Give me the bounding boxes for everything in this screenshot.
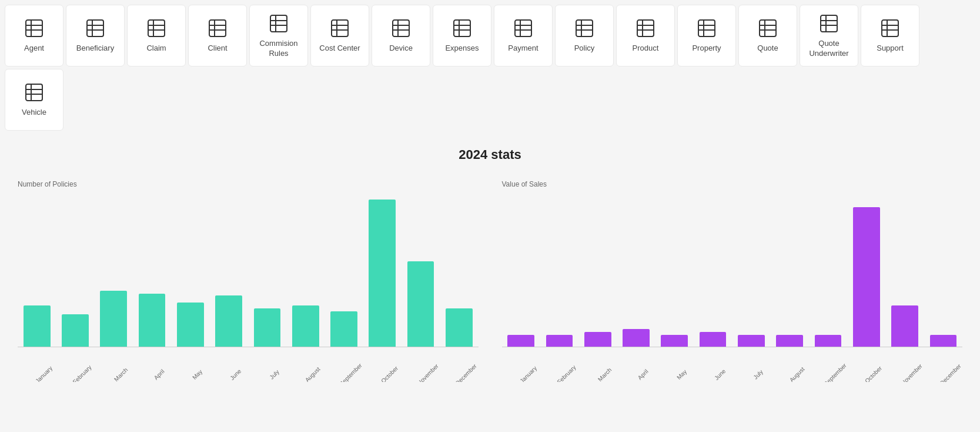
x-axis-label: May <box>180 358 214 382</box>
x-axis-label: September <box>335 358 368 382</box>
grid-item-expenses[interactable]: Expenses <box>433 5 491 67</box>
x-axis-label: March <box>588 358 621 382</box>
bar <box>100 291 127 347</box>
sales-chart-label: Value of Sales <box>502 180 963 188</box>
sales-bar-chart <box>502 194 963 347</box>
bar-column <box>95 291 133 347</box>
quote-underwriter-label: Quote Underwriter <box>800 39 858 59</box>
x-axis-label: July <box>742 358 775 382</box>
expenses-label: Expenses <box>445 44 479 54</box>
bar <box>776 335 803 347</box>
grid-item-commision-rules[interactable]: Commision Rules <box>249 5 308 67</box>
bar-column <box>209 295 247 347</box>
bar <box>62 314 89 347</box>
payment-label: Payment <box>508 44 538 54</box>
policies-chart-label: Number of Policies <box>18 180 479 188</box>
grid-item-quote[interactable]: Quote <box>738 5 797 67</box>
client-icon <box>207 18 228 39</box>
bar-column <box>540 335 578 347</box>
bar-column <box>578 332 617 347</box>
cost-center-label: Cost Center <box>319 44 360 54</box>
bar <box>661 335 688 347</box>
svg-rect-60 <box>26 84 42 101</box>
x-axis-label: August <box>296 358 329 382</box>
bar-column <box>402 261 440 347</box>
property-label: Property <box>692 44 721 54</box>
svg-rect-36 <box>576 20 593 36</box>
grid-item-property[interactable]: Property <box>677 5 736 67</box>
bar <box>292 305 319 347</box>
bar <box>891 305 918 347</box>
vehicle-label: Vehicle <box>22 108 46 118</box>
bar <box>815 335 842 347</box>
grid-item-claim[interactable]: Claim <box>127 5 186 67</box>
x-axis-label: October <box>857 358 890 382</box>
bar-column <box>694 332 732 347</box>
claim-label: Claim <box>146 44 166 54</box>
grid-item-cost-center[interactable]: Cost Center <box>310 5 369 67</box>
beneficiary-icon <box>85 18 106 39</box>
grid-item-device[interactable]: Device <box>372 5 430 67</box>
x-axis-label: December <box>450 358 483 382</box>
bar <box>215 295 242 347</box>
commision-rules-label: Commision Rules <box>250 39 307 59</box>
bar <box>738 335 765 347</box>
bar-column <box>847 207 885 347</box>
x-axis-label: June <box>703 358 737 382</box>
bar-column <box>502 335 540 347</box>
svg-rect-8 <box>148 20 165 36</box>
svg-rect-28 <box>454 20 470 36</box>
bar <box>254 308 281 347</box>
x-axis-label: August <box>780 358 814 382</box>
grid-item-client[interactable]: Client <box>188 5 247 67</box>
commision-rules-icon <box>268 13 289 34</box>
bar-column <box>171 303 209 347</box>
payment-icon <box>513 18 534 39</box>
expenses-icon <box>451 18 473 39</box>
grid-item-policy[interactable]: Policy <box>555 5 614 67</box>
vehicle-icon <box>24 82 45 103</box>
x-axis-label: June <box>219 358 253 382</box>
quote-underwriter-icon <box>818 13 839 34</box>
svg-rect-0 <box>26 20 42 36</box>
bar-column <box>771 335 809 347</box>
agent-label: Agent <box>24 44 44 54</box>
x-axis-label: January <box>27 358 61 382</box>
bar <box>177 303 204 347</box>
grid-item-product[interactable]: Product <box>616 5 675 67</box>
product-label: Product <box>633 44 659 54</box>
beneficiary-label: Beneficiary <box>76 44 114 54</box>
device-label: Device <box>389 44 413 54</box>
bar-column <box>325 311 363 347</box>
x-axis-label: October <box>373 358 406 382</box>
grid-item-quote-underwriter[interactable]: Quote Underwriter <box>800 5 858 67</box>
bar-column <box>440 308 478 347</box>
x-axis-label: April <box>627 358 660 382</box>
grid-item-support[interactable]: Support <box>861 5 919 67</box>
sales-x-labels: JanuaryFebruaryMarchAprilMayJuneJulyAugu… <box>502 350 963 364</box>
svg-rect-24 <box>393 20 409 36</box>
bar <box>139 294 166 347</box>
x-axis-label: December <box>934 358 967 382</box>
policies-chart-wrapper: Number of Policies JanuaryFebruaryMarchA… <box>18 180 479 364</box>
bar-column <box>924 335 962 347</box>
svg-rect-4 <box>87 20 103 36</box>
bar-column <box>133 294 171 347</box>
x-axis-label: November <box>411 358 444 382</box>
svg-rect-56 <box>882 20 898 36</box>
svg-rect-32 <box>515 20 531 36</box>
policy-icon <box>574 18 595 39</box>
grid-item-vehicle[interactable]: Vehicle <box>5 69 63 131</box>
bar <box>930 335 957 347</box>
x-axis-label: February <box>550 358 583 382</box>
bar-column <box>248 308 286 347</box>
support-icon <box>879 18 901 39</box>
quote-icon <box>757 18 778 39</box>
bar-column <box>809 335 847 347</box>
bar-column <box>655 335 694 347</box>
bar <box>446 308 473 347</box>
x-axis-label: May <box>665 358 698 382</box>
grid-item-beneficiary[interactable]: Beneficiary <box>66 5 125 67</box>
grid-item-agent[interactable]: Agent <box>5 5 63 67</box>
grid-item-payment[interactable]: Payment <box>494 5 553 67</box>
